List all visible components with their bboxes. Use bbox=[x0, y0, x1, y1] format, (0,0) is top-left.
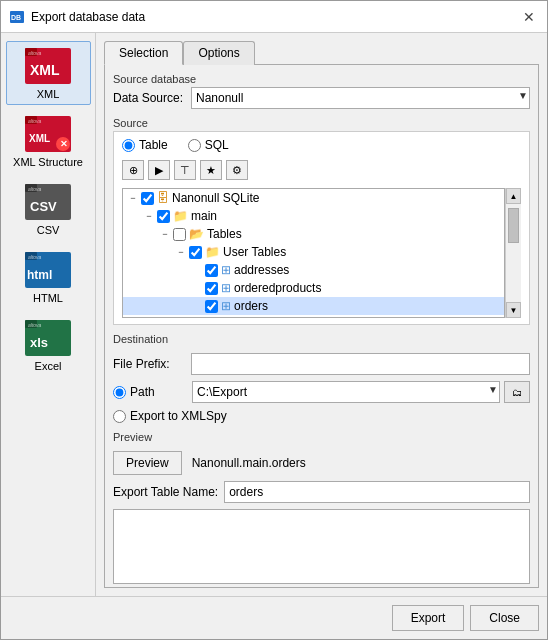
tree-row-main[interactable]: − 📁 main bbox=[123, 207, 504, 225]
scroll-down-btn[interactable]: ▼ bbox=[506, 302, 521, 318]
svg-text:altova: altova bbox=[28, 322, 42, 328]
svg-text:altova: altova bbox=[28, 50, 42, 56]
expander-nanonull[interactable]: − bbox=[125, 190, 141, 206]
tree-row-user-tables[interactable]: − 📁 User Tables bbox=[123, 243, 504, 261]
tree-scrollbar[interactable]: ▲ ▼ bbox=[505, 188, 521, 318]
close-icon[interactable]: ✕ bbox=[519, 7, 539, 27]
path-radio[interactable] bbox=[113, 386, 126, 399]
file-prefix-row: File Prefix: bbox=[113, 353, 530, 375]
export-button[interactable]: Export bbox=[392, 605, 465, 631]
main-panel: Selection Options Source database Data S… bbox=[96, 33, 547, 596]
sidebar-item-csv[interactable]: altova CSV CSV bbox=[6, 177, 91, 241]
folder-tables-icon: 📂 bbox=[189, 227, 204, 241]
checkbox-addresses[interactable] bbox=[205, 264, 218, 277]
scroll-track[interactable] bbox=[506, 204, 521, 302]
source-section: Source Table SQL bbox=[113, 117, 530, 325]
export-xmlspy-label[interactable]: Export to XMLSpy bbox=[113, 409, 227, 423]
scroll-thumb[interactable] bbox=[508, 208, 519, 243]
toolbar-star-btn[interactable]: ★ bbox=[200, 160, 222, 180]
data-source-select[interactable]: Nanonull bbox=[191, 87, 530, 109]
dialog-footer: Export Close bbox=[1, 596, 547, 639]
dialog-icon: DB bbox=[9, 9, 25, 25]
tree-row-orderedproducts[interactable]: ⊞ orderedproducts bbox=[123, 279, 504, 297]
checkbox-tables[interactable] bbox=[173, 228, 186, 241]
tab-panel: Source database Data Source: Nanonull ▼ … bbox=[104, 64, 539, 588]
source-database-label: Source database bbox=[113, 73, 530, 85]
browse-button[interactable]: 🗂 bbox=[504, 381, 530, 403]
sidebar-item-xml[interactable]: altova XML XML bbox=[6, 41, 91, 105]
dialog-close-button[interactable]: Close bbox=[470, 605, 539, 631]
preview-textarea[interactable] bbox=[113, 509, 530, 584]
svg-text:✕: ✕ bbox=[60, 139, 68, 149]
sidebar-item-xml-structure[interactable]: altova ✕ XML XML Structure bbox=[6, 109, 91, 173]
file-prefix-input[interactable] bbox=[191, 353, 530, 375]
svg-text:html: html bbox=[27, 268, 52, 282]
export-table-name-label: Export Table Name: bbox=[113, 485, 218, 499]
preview-section: Preview Preview Nanonull.main.orders Exp… bbox=[113, 431, 530, 584]
svg-text:CSV: CSV bbox=[30, 199, 57, 214]
export-xmlspy-row: Export to XMLSpy bbox=[113, 409, 530, 423]
path-radio-label[interactable]: Path bbox=[113, 385, 188, 399]
checkbox-main[interactable] bbox=[157, 210, 170, 223]
toolbar-filter-btn[interactable]: ⊤ bbox=[174, 160, 196, 180]
tree-text-main: main bbox=[191, 209, 217, 223]
preview-button[interactable]: Preview bbox=[113, 451, 182, 475]
tree-row-tables[interactable]: − 📂 Tables bbox=[123, 225, 504, 243]
tree-row-nanonull[interactable]: − 🗄 Nanonull SQLite bbox=[123, 189, 504, 207]
expander-orderedproducts bbox=[189, 280, 205, 296]
sidebar-xml-label: XML bbox=[37, 88, 60, 100]
scroll-up-btn[interactable]: ▲ bbox=[506, 188, 521, 204]
path-select[interactable]: C:\Export bbox=[192, 381, 500, 403]
sql-radio-text: SQL bbox=[205, 138, 229, 152]
table-radio-label[interactable]: Table bbox=[122, 138, 168, 152]
table-addresses-icon: ⊞ bbox=[221, 263, 231, 277]
toolbar-arrow-btn[interactable]: ▶ bbox=[148, 160, 170, 180]
tree-row-orders[interactable]: ⊞ orders bbox=[123, 297, 504, 315]
expander-tables[interactable]: − bbox=[157, 226, 173, 242]
path-select-wrapper: C:\Export ▼ bbox=[192, 381, 500, 403]
table-orders-icon: ⊞ bbox=[221, 299, 231, 313]
toolbar-add-btn[interactable]: ⊕ bbox=[122, 160, 144, 180]
export-table-name-input[interactable] bbox=[224, 481, 530, 503]
tree-text-orderedproducts: orderedproducts bbox=[234, 281, 321, 295]
folder-main-icon: 📁 bbox=[173, 209, 188, 223]
toolbar-gear-btn[interactable]: ⚙ bbox=[226, 160, 248, 180]
folder-user-tables-icon: 📁 bbox=[205, 245, 220, 259]
tree-text-user-tables: User Tables bbox=[223, 245, 286, 259]
checkbox-orders[interactable] bbox=[205, 300, 218, 313]
export-table-name-row: Export Table Name: bbox=[113, 481, 530, 503]
sidebar-xml-structure-label: XML Structure bbox=[13, 156, 83, 168]
tab-options[interactable]: Options bbox=[183, 41, 254, 65]
source-inner: Table SQL ⊕ ▶ ⊤ ★ bbox=[113, 131, 530, 325]
tree-row-products[interactable]: ⊞ products bbox=[123, 315, 504, 318]
preview-section-label: Preview bbox=[113, 431, 530, 443]
sidebar-excel-label: Excel bbox=[35, 360, 62, 372]
checkbox-nanonull[interactable] bbox=[141, 192, 154, 205]
export-dialog: DB Export database data ✕ altova XML XML bbox=[0, 0, 548, 640]
dialog-content: altova XML XML altova ✕ XML bbox=[1, 33, 547, 596]
checkbox-products[interactable] bbox=[205, 318, 218, 319]
expander-user-tables[interactable]: − bbox=[173, 244, 189, 260]
tab-selection[interactable]: Selection bbox=[104, 41, 183, 65]
tree-row-addresses[interactable]: ⊞ addresses bbox=[123, 261, 504, 279]
svg-text:XML: XML bbox=[30, 62, 60, 78]
source-section-label: Source bbox=[113, 117, 530, 129]
sidebar-item-excel[interactable]: altova xls Excel bbox=[6, 313, 91, 377]
tree-view[interactable]: − 🗄 Nanonull SQLite − bbox=[122, 188, 505, 318]
expander-main[interactable]: − bbox=[141, 208, 157, 224]
tree-toolbar: ⊕ ▶ ⊤ ★ ⚙ bbox=[122, 158, 521, 182]
sidebar-item-html[interactable]: altova html HTML bbox=[6, 245, 91, 309]
sql-radio-label[interactable]: SQL bbox=[188, 138, 229, 152]
data-source-label: Data Source: bbox=[113, 91, 185, 105]
data-source-select-wrapper: Nanonull ▼ bbox=[191, 87, 530, 109]
sql-radio[interactable] bbox=[188, 139, 201, 152]
source-database-section: Source database Data Source: Nanonull ▼ bbox=[113, 73, 530, 109]
sidebar-html-label: HTML bbox=[33, 292, 63, 304]
table-radio[interactable] bbox=[122, 139, 135, 152]
checkbox-orderedproducts[interactable] bbox=[205, 282, 218, 295]
tree-text-orders: orders bbox=[234, 299, 268, 313]
export-xmlspy-radio[interactable] bbox=[113, 410, 126, 423]
checkbox-user-tables[interactable] bbox=[189, 246, 202, 259]
excel-icon: altova xls bbox=[22, 318, 74, 358]
table-products-icon: ⊞ bbox=[221, 317, 231, 318]
